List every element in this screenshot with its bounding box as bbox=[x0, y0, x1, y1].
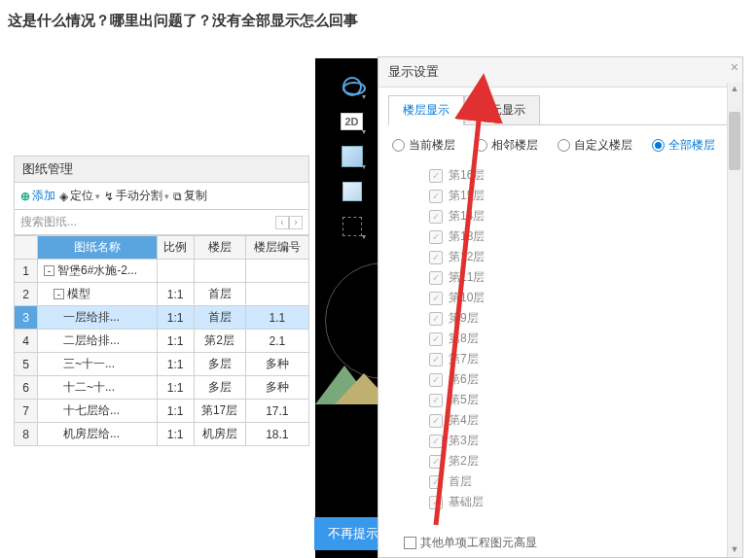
floor-item[interactable]: 第9层 bbox=[429, 308, 733, 329]
copy-button[interactable]: ⧉ 复制 bbox=[173, 188, 207, 204]
chevron-down-icon: ▾ bbox=[362, 92, 366, 101]
cell-scale[interactable]: 1:1 bbox=[157, 400, 194, 423]
tab-element-display[interactable]: 图元显示 bbox=[464, 95, 540, 124]
floor-label: 第7层 bbox=[449, 351, 479, 367]
cube2-button[interactable] bbox=[339, 178, 366, 205]
cell-floor[interactable]: 首层 bbox=[194, 283, 245, 306]
floor-item[interactable]: 第12层 bbox=[429, 247, 733, 267]
locate-icon: ◈ bbox=[59, 190, 68, 203]
cell-floor[interactable]: 机房层 bbox=[194, 423, 245, 446]
tab-floor-display[interactable]: 楼层显示 bbox=[388, 95, 464, 125]
cube-view-button[interactable]: ▾ bbox=[339, 143, 366, 170]
close-button[interactable]: × bbox=[731, 59, 738, 75]
floor-item[interactable]: 首层 bbox=[429, 471, 733, 492]
col-name[interactable]: 图纸名称 bbox=[38, 236, 158, 260]
scroll-down-button[interactable]: ▼ bbox=[727, 543, 742, 557]
cell-scale[interactable]: 1:1 bbox=[157, 283, 194, 306]
table-row[interactable]: 6 十二~十...1:1多层多种 bbox=[15, 376, 309, 400]
checkbox-icon bbox=[429, 230, 443, 244]
table-row[interactable]: 4 二层给排...1:1第2层2.1 bbox=[15, 330, 309, 353]
floor-item[interactable]: 第10层 bbox=[429, 288, 733, 308]
panel-title: 显示设置 bbox=[378, 57, 742, 87]
col-floor[interactable]: 楼层 bbox=[194, 236, 245, 260]
cell-name[interactable]: 一层给排... bbox=[38, 306, 158, 330]
region-button[interactable]: ▾ bbox=[339, 213, 366, 240]
cell-scale[interactable]: 1:1 bbox=[157, 306, 194, 330]
col-floor-no[interactable]: 楼层编号 bbox=[245, 236, 308, 260]
floor-item[interactable]: 第3层 bbox=[429, 431, 733, 451]
cell-floor-no[interactable]: 2.1 bbox=[245, 330, 308, 353]
2d-button[interactable]: 2D▾ bbox=[339, 108, 366, 135]
cell-scale[interactable]: 1:1 bbox=[157, 376, 194, 400]
cell-scale[interactable]: 1:1 bbox=[157, 423, 194, 446]
cell-name[interactable]: 三~十一... bbox=[38, 353, 158, 376]
floor-label: 第2层 bbox=[449, 453, 479, 470]
cell-floor[interactable]: 第2层 bbox=[194, 330, 245, 353]
cell-floor-no[interactable]: 17.1 bbox=[245, 400, 308, 423]
floor-item[interactable]: 第15层 bbox=[429, 186, 733, 206]
floor-item[interactable]: 第7层 bbox=[429, 349, 733, 369]
table-row[interactable]: 7 十七层给...1:1第17层17.1 bbox=[15, 400, 309, 423]
search-next-button[interactable]: › bbox=[289, 216, 303, 229]
dashed-square-icon bbox=[342, 217, 362, 236]
radio-current-floor[interactable]: 当前楼层 bbox=[392, 137, 455, 154]
cell-name[interactable]: -智堡6#水施-2... bbox=[38, 260, 158, 283]
cell-scale[interactable] bbox=[157, 260, 194, 283]
floor-checklist: 第16层第15层第14层第13层第12层第11层第10层第9层第8层第7层第6层… bbox=[378, 165, 742, 512]
cell-floor-no[interactable] bbox=[245, 283, 308, 306]
cell-floor[interactable]: 多层 bbox=[194, 353, 245, 376]
floor-item[interactable]: 基础层 bbox=[429, 492, 733, 512]
table-row[interactable]: 8 机房层给...1:1机房层18.1 bbox=[15, 423, 309, 446]
cell-scale[interactable]: 1:1 bbox=[157, 330, 194, 353]
floor-label: 第6层 bbox=[449, 371, 479, 388]
floor-item[interactable]: 第5层 bbox=[429, 390, 733, 410]
cell-floor-no[interactable]: 18.1 bbox=[245, 423, 308, 446]
floor-item[interactable]: 第8层 bbox=[429, 329, 733, 349]
col-scale[interactable]: 比例 bbox=[157, 236, 194, 260]
panel-scrollbar[interactable]: ▲ ▼ bbox=[727, 83, 742, 557]
cell-floor-no[interactable]: 多种 bbox=[245, 353, 308, 376]
cell-floor[interactable]: 首层 bbox=[194, 306, 245, 330]
floor-item[interactable]: 第11层 bbox=[429, 267, 733, 288]
chevron-down-icon: ▾ bbox=[362, 127, 366, 136]
floor-item[interactable]: 第4层 bbox=[429, 410, 733, 431]
cell-name[interactable]: 二层给排... bbox=[38, 330, 158, 353]
floor-item[interactable]: 第6层 bbox=[429, 369, 733, 390]
globe-button[interactable]: ▾ bbox=[339, 73, 366, 100]
cell-name[interactable]: 十二~十... bbox=[38, 376, 158, 400]
cell-floor[interactable]: 第17层 bbox=[194, 400, 245, 423]
other-project-highlight-check[interactable]: 其他单项工程图元高显 bbox=[404, 535, 537, 551]
floor-label: 第16层 bbox=[449, 167, 485, 184]
add-button[interactable]: ⊕ 添加 bbox=[20, 188, 55, 204]
table-row[interactable]: 1-智堡6#水施-2... bbox=[15, 260, 309, 283]
cell-floor[interactable] bbox=[194, 260, 245, 283]
floor-item[interactable]: 第14层 bbox=[429, 206, 733, 227]
floor-item[interactable]: 第16层 bbox=[429, 165, 733, 186]
table-row[interactable]: 3 一层给排...1:1首层1.1 bbox=[15, 306, 309, 330]
scroll-thumb[interactable] bbox=[729, 112, 740, 170]
cell-scale[interactable]: 1:1 bbox=[157, 353, 194, 376]
cell-floor-no[interactable]: 多种 bbox=[245, 376, 308, 400]
radio-adjacent-floor[interactable]: 相邻楼层 bbox=[475, 137, 538, 154]
table-row[interactable]: 5 三~十一...1:1多层多种 bbox=[15, 353, 309, 376]
search-input[interactable]: 搜索图纸... bbox=[20, 214, 77, 230]
cell-floor-no[interactable] bbox=[245, 260, 308, 283]
checkbox-icon bbox=[429, 210, 443, 224]
cell-name[interactable]: 十七层给... bbox=[38, 400, 158, 423]
cell-name[interactable]: 机房层给... bbox=[38, 423, 158, 446]
locate-button[interactable]: ◈ 定位 ▾ bbox=[59, 188, 100, 204]
cell-floor[interactable]: 多层 bbox=[194, 376, 245, 400]
manual-split-button[interactable]: ↯ 手动分割 ▾ bbox=[104, 188, 169, 204]
row-index: 8 bbox=[15, 423, 38, 446]
radio-custom-floor[interactable]: 自定义楼层 bbox=[558, 137, 632, 154]
floor-item[interactable]: 第13层 bbox=[429, 227, 733, 247]
search-prev-button[interactable]: ‹ bbox=[275, 216, 289, 229]
floor-item[interactable]: 第2层 bbox=[429, 451, 733, 471]
scroll-up-button[interactable]: ▲ bbox=[727, 83, 742, 96]
table-row[interactable]: 2 -模型1:1首层 bbox=[15, 283, 309, 306]
cell-floor-no[interactable]: 1.1 bbox=[245, 306, 308, 330]
globe-icon bbox=[342, 77, 362, 96]
cell-name[interactable]: -模型 bbox=[38, 283, 158, 306]
search-row: 搜索图纸... ‹ › bbox=[14, 210, 309, 235]
radio-all-floor[interactable]: 全部楼层 bbox=[652, 137, 715, 154]
